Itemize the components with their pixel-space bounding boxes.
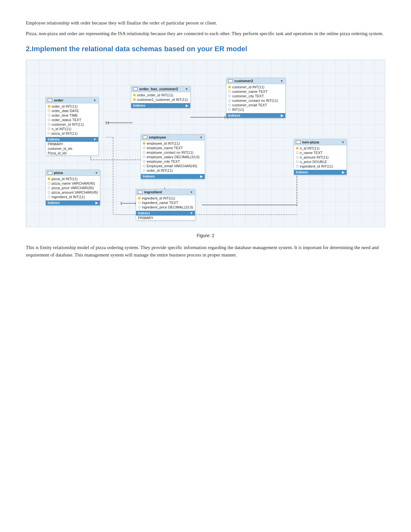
er-diagram: order ▼ order_id INT(11) order_date DATE…	[26, 60, 385, 227]
pizza-title: pizza	[54, 171, 63, 175]
table-order: order ▼ order_id INT(11) order_date DATE…	[45, 97, 99, 156]
figure-description: This is Entity relationship model of piz…	[26, 244, 385, 258]
table-pizza: pizza ▼ pizza_id INT(11) pizza_name VARC…	[45, 169, 100, 206]
table-customer2: customer2 ▼ customer_id INT(11) customer…	[226, 78, 286, 118]
order-has-customer2-title: order_has_customer2	[139, 87, 178, 91]
paragraph-2: Pizza, non-pizza and order are represent…	[26, 30, 385, 37]
ingredient-title: ingredient	[144, 190, 162, 194]
table-employee: employee ▼ employee_id INT(11) employee_…	[141, 134, 205, 179]
customer2-title: customer2	[234, 79, 253, 83]
table-order-has-customer2: order_has_customer2 ▼ order_order_id INT…	[131, 86, 191, 108]
figure-caption: Figure: 2	[26, 233, 385, 238]
table-non-pizza: non-pizza ▼ n_id INT(11) n_name TEXT n_a…	[294, 139, 347, 175]
non-pizza-title: non-pizza	[302, 140, 319, 144]
order-table-title: order	[54, 98, 63, 102]
table-ingredient: ingredient ▼ ingredient_id INT(11) ingre…	[136, 189, 195, 220]
paragraph-1: Employee relationship with order because…	[26, 19, 385, 27]
section-heading: 2.Implement the relational data schemas …	[26, 45, 385, 53]
employee-title: employee	[149, 135, 166, 139]
